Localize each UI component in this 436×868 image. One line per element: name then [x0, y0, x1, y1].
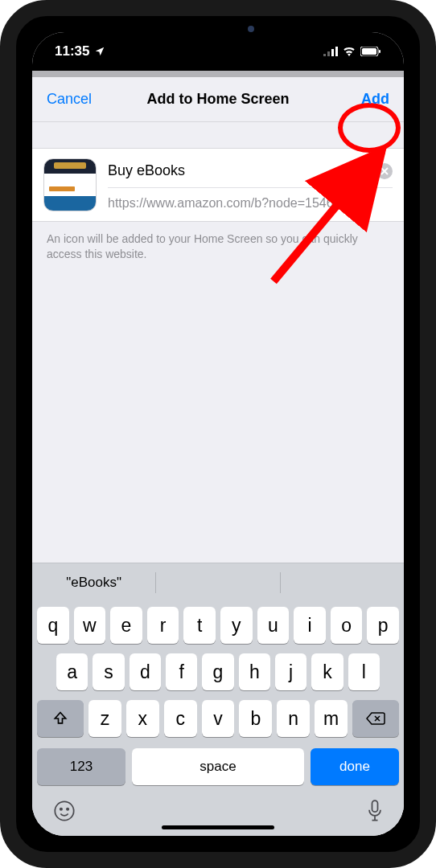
emoji-icon — [53, 800, 76, 822]
fields: https://www.amazon.com/b?node=1546... — [108, 159, 393, 211]
key-h[interactable]: h — [239, 653, 270, 690]
key-j[interactable]: j — [275, 653, 306, 690]
svg-point-9 — [67, 809, 68, 810]
bookmark-name-input[interactable] — [108, 162, 370, 179]
background-dim — [32, 71, 404, 77]
key-y[interactable]: y — [220, 607, 253, 644]
key-row-2: a s d f g h j k l — [37, 653, 399, 690]
battery-icon — [360, 47, 381, 56]
add-button[interactable]: Add — [361, 91, 389, 108]
bookmark-url: https://www.amazon.com/b?node=1546... — [108, 188, 393, 211]
screen: 11:35 Cancel Add to Hom — [32, 32, 404, 836]
shift-key[interactable] — [37, 700, 84, 737]
svg-rect-2 — [331, 49, 334, 56]
key-row-3: z x c v b n m — [37, 700, 399, 737]
key-c[interactable]: c — [164, 700, 197, 737]
key-q[interactable]: q — [37, 607, 69, 644]
space-key[interactable]: space — [132, 748, 304, 785]
key-g[interactable]: g — [202, 653, 233, 690]
cellular-icon — [323, 47, 338, 56]
key-row-1: q w e r t y u i o p — [37, 607, 399, 644]
svg-rect-0 — [323, 54, 326, 56]
microphone-icon — [367, 800, 383, 822]
backspace-key[interactable] — [352, 700, 399, 737]
key-b[interactable]: b — [239, 700, 272, 737]
suggestion-1[interactable]: "eBooks" — [32, 563, 155, 602]
wifi-icon — [343, 47, 356, 56]
home-indicator[interactable] — [162, 825, 274, 829]
key-s[interactable]: s — [93, 653, 124, 690]
status-time: 11:35 — [55, 43, 89, 59]
phone-frame: 11:35 Cancel Add to Hom — [0, 0, 436, 868]
svg-point-8 — [60, 809, 62, 810]
key-x[interactable]: x — [126, 700, 159, 737]
done-key[interactable]: done — [311, 748, 399, 785]
key-w[interactable]: w — [74, 607, 106, 644]
key-row-4: 123 space done — [37, 748, 399, 785]
backspace-icon — [366, 711, 385, 726]
key-m[interactable]: m — [315, 700, 348, 737]
key-p[interactable]: p — [367, 607, 399, 644]
emoji-key[interactable] — [53, 800, 76, 825]
keyboard: "eBooks" q w e r t y u i — [32, 563, 404, 836]
nav-bar: Cancel Add to Home Screen Add — [32, 77, 404, 122]
suggestion-bar: "eBooks" — [32, 563, 404, 602]
key-u[interactable]: u — [257, 607, 290, 644]
key-e[interactable]: e — [110, 607, 142, 644]
hint-text: An icon will be added to your Home Scree… — [32, 222, 404, 262]
key-d[interactable]: d — [130, 653, 161, 690]
key-i[interactable]: i — [294, 607, 326, 644]
key-t[interactable]: t — [183, 607, 216, 644]
key-k[interactable]: k — [311, 653, 343, 690]
notch — [134, 16, 302, 40]
suggestion-3[interactable] — [281, 563, 404, 602]
clear-text-button[interactable] — [376, 163, 393, 179]
svg-rect-6 — [379, 50, 380, 53]
key-v[interactable]: v — [202, 700, 235, 737]
dictation-key[interactable] — [367, 800, 383, 825]
close-icon — [380, 167, 389, 175]
svg-rect-5 — [362, 48, 376, 55]
key-f[interactable]: f — [166, 653, 197, 690]
key-z[interactable]: z — [88, 700, 121, 737]
numbers-key[interactable]: 123 — [37, 748, 125, 785]
location-icon — [94, 46, 105, 57]
key-n[interactable]: n — [277, 700, 310, 737]
key-r[interactable]: r — [147, 607, 179, 644]
svg-rect-10 — [372, 800, 378, 812]
cancel-button[interactable]: Cancel — [47, 91, 92, 108]
suggestion-2[interactable] — [156, 563, 279, 602]
svg-rect-1 — [327, 51, 330, 56]
shift-icon — [52, 710, 68, 727]
svg-point-7 — [55, 801, 73, 820]
svg-rect-3 — [335, 47, 338, 56]
key-l[interactable]: l — [348, 653, 380, 690]
key-a[interactable]: a — [56, 653, 88, 690]
bookmark-card: https://www.amazon.com/b?node=1546... — [32, 148, 404, 222]
key-o[interactable]: o — [331, 607, 363, 644]
add-to-home-sheet: Cancel Add to Home Screen Add https://ww… — [32, 77, 404, 836]
site-thumbnail — [43, 158, 97, 211]
